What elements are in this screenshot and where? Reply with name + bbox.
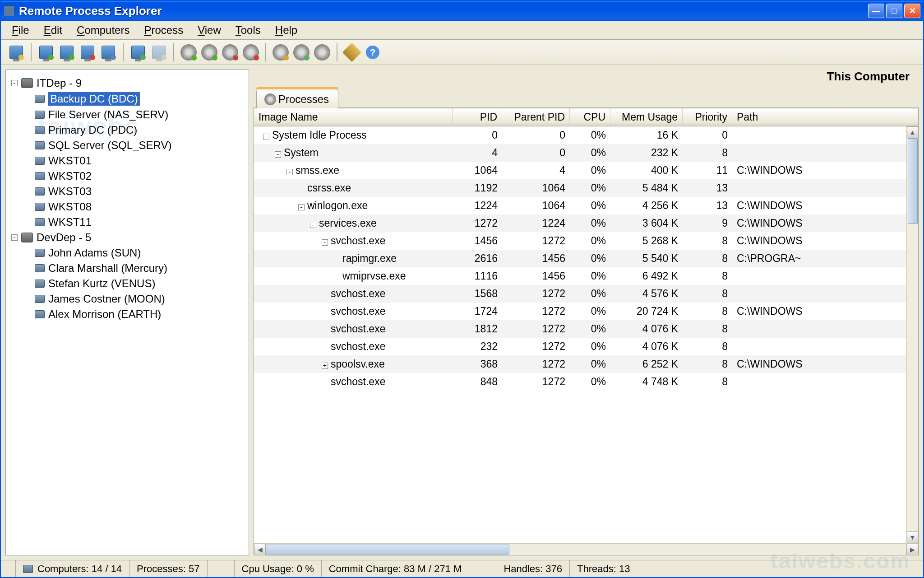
process-list-body[interactable]: -System Idle Process000%16 K0-System400%…: [254, 126, 906, 543]
tb-add-computer[interactable]: [36, 42, 56, 62]
scroll-right-icon[interactable]: ▶: [906, 544, 918, 555]
tree-item[interactable]: Stefan Kurtz (VENUS): [25, 276, 243, 291]
collapse-icon[interactable]: -: [11, 80, 18, 86]
process-row[interactable]: -winlogon.exe122410640%4 256 K13C:\WINDO…: [254, 197, 906, 214]
col-priority[interactable]: Priority: [683, 108, 732, 126]
tree-group-itdep[interactable]: - ITDep - 9: [11, 75, 243, 91]
tree-toggle-icon[interactable]: -: [263, 134, 269, 140]
col-cpu[interactable]: CPU: [570, 108, 610, 126]
tree-toggle-icon[interactable]: -: [310, 222, 316, 228]
menu-computers[interactable]: Computers: [70, 22, 136, 38]
tree-item[interactable]: WKST01: [25, 153, 243, 168]
tree-item[interactable]: WKST02: [25, 168, 243, 184]
menu-view[interactable]: View: [191, 22, 227, 38]
tree-item[interactable]: John Adams (SUN): [25, 245, 243, 261]
tb-process-add[interactable]: [179, 42, 199, 62]
cell-path: C:\WINDOWS: [732, 197, 906, 214]
folder-icon: [21, 233, 33, 242]
cell-path: C:\PROGRA~: [732, 250, 906, 267]
cell-path: [732, 186, 906, 191]
process-row[interactable]: wmiprvse.exe111614560%6 492 K8: [254, 267, 906, 285]
cell-priority: 13: [683, 179, 732, 197]
menu-edit[interactable]: Edit: [37, 22, 69, 38]
tree-toggle-icon[interactable]: -: [275, 151, 281, 158]
cell-priority: 8: [683, 232, 732, 250]
menu-help[interactable]: Help: [269, 22, 304, 38]
tb-run-computer[interactable]: [128, 42, 148, 62]
cell-priority: 11: [683, 162, 732, 179]
tree-toggle-icon[interactable]: +: [322, 363, 328, 369]
horizontal-scrollbar[interactable]: ◀ ▶: [254, 543, 918, 555]
tree-item-label: James Costner (MOON): [48, 293, 165, 305]
cell-path: [732, 150, 906, 156]
menu-tools[interactable]: Tools: [229, 22, 267, 38]
tree-item[interactable]: WKST08: [25, 199, 243, 214]
process-row[interactable]: -System400%232 K8: [254, 144, 906, 162]
tb-remove-computer[interactable]: [78, 42, 97, 62]
tb-priority-down[interactable]: [241, 42, 261, 62]
process-row[interactable]: svchost.exe181212720%4 076 K8: [254, 320, 906, 338]
col-image-name[interactable]: Image Name: [254, 108, 453, 126]
process-row[interactable]: -smss.exe106440%400 K11C:\WINDOWS: [254, 162, 906, 179]
status-commit: Commit Charge: 83 M / 271 M: [321, 560, 469, 577]
tree-item[interactable]: WKST03: [25, 184, 243, 199]
process-row[interactable]: -svchost.exe145612720%5 268 K8C:\WINDOWS: [254, 232, 906, 250]
tree-item[interactable]: James Costner (MOON): [25, 291, 243, 307]
tb-process-info[interactable]: [271, 42, 291, 62]
process-row[interactable]: +spoolsv.exe36812720%6 252 K8C:\WINDOWS: [254, 355, 906, 373]
tb-process-star[interactable]: [291, 42, 311, 62]
tree-item[interactable]: Clara Marshall (Mercury): [25, 261, 243, 276]
col-mem-usage[interactable]: Mem Usage: [610, 108, 683, 126]
tb-refresh-computer[interactable]: [57, 42, 77, 62]
scroll-thumb[interactable]: [266, 545, 509, 555]
menu-file[interactable]: File: [5, 22, 36, 38]
process-row[interactable]: -System Idle Process000%16 K0: [254, 126, 906, 144]
tree-item[interactable]: WKST11: [25, 214, 243, 230]
scroll-left-icon[interactable]: ◀: [254, 544, 266, 555]
process-row[interactable]: svchost.exe156812720%4 576 K8: [254, 285, 906, 303]
tree-item[interactable]: Backup DC (BDC): [25, 91, 243, 107]
process-row[interactable]: csrss.exe119210640%5 484 K13: [254, 179, 906, 197]
computer-icon: [35, 249, 45, 257]
tree-item[interactable]: SQL Server (SQL_SERV): [25, 138, 243, 153]
tab-processes[interactable]: Processes: [256, 90, 338, 108]
tb-connect-key[interactable]: [6, 42, 26, 62]
tree-toggle-icon[interactable]: -: [322, 239, 328, 246]
vertical-scrollbar[interactable]: ▲ ▼: [906, 126, 918, 543]
tree-group-devdep[interactable]: - DevDep - 5: [11, 230, 243, 245]
col-pid[interactable]: PID: [453, 108, 502, 126]
cell-priority: 0: [683, 126, 732, 144]
maximize-button[interactable]: □: [886, 4, 902, 18]
tb-tools[interactable]: [342, 42, 362, 62]
scroll-down-icon[interactable]: ▼: [907, 531, 918, 543]
minimize-button[interactable]: —: [868, 4, 884, 18]
tb-process-kill[interactable]: [220, 42, 240, 62]
close-button[interactable]: ✕: [904, 4, 920, 18]
tree-item[interactable]: Primary DC (PDC): [25, 122, 243, 138]
tb-process-refresh[interactable]: [199, 42, 219, 62]
process-row[interactable]: svchost.exe84812720%4 748 K8: [254, 373, 906, 391]
cell-pid: 368: [453, 355, 502, 373]
process-row[interactable]: svchost.exe172412720%20 724 K8C:\WINDOWS: [254, 303, 906, 320]
computer-tree[interactable]: taiwebs - ITDep - 9 Backup DC (BDC)File …: [5, 70, 249, 555]
collapse-icon[interactable]: -: [11, 234, 18, 241]
tree-toggle-icon[interactable]: -: [298, 204, 305, 210]
menu-process[interactable]: Process: [138, 22, 189, 38]
scroll-up-icon[interactable]: ▲: [907, 126, 918, 138]
cell-mem: 16 K: [610, 126, 683, 144]
tree-toggle-icon[interactable]: -: [286, 169, 293, 175]
scroll-thumb[interactable]: [908, 138, 918, 224]
process-row[interactable]: -services.exe127212240%3 604 K9C:\WINDOW…: [254, 214, 906, 232]
titlebar[interactable]: Remote Process Explorer — □ ✕: [1, 1, 923, 21]
tb-computer-disk[interactable]: [98, 42, 118, 62]
tree-item[interactable]: File Server (NAS_SERV): [25, 107, 243, 122]
tb-process-gear[interactable]: [312, 42, 332, 62]
cell-pid: 4: [453, 144, 502, 162]
process-row[interactable]: svchost.exe23212720%4 076 K8: [254, 338, 906, 355]
tree-item[interactable]: Alex Morrison (EARTH): [25, 307, 243, 322]
process-row[interactable]: rapimgr.exe261614560%5 540 K8C:\PROGRA~: [254, 250, 906, 267]
tb-help[interactable]: ?: [363, 42, 383, 62]
process-list-panel: Image Name PID Parent PID CPU Mem Usage …: [254, 108, 919, 555]
col-parent-pid[interactable]: Parent PID: [502, 108, 570, 126]
col-path[interactable]: Path: [732, 108, 918, 126]
